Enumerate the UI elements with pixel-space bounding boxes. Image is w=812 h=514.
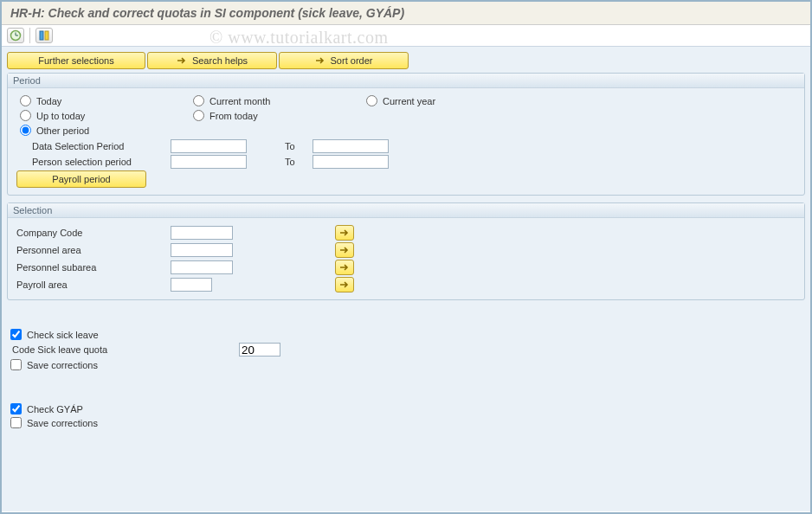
search-helps-label: Search helps — [192, 55, 248, 66]
arrow-right-icon — [339, 228, 350, 237]
data-selection-from-input[interactable] — [171, 139, 247, 153]
sort-order-button[interactable]: Sort order — [279, 52, 409, 69]
content-area: Further selections Search helps Sort ord… — [2, 46, 810, 511]
check-gyap-checkbox[interactable] — [10, 403, 22, 414]
payroll-area-multi-button[interactable] — [335, 277, 354, 292]
selection-buttons-row: Further selections Search helps Sort ord… — [7, 52, 805, 69]
arrow-right-icon — [339, 246, 350, 254]
personnel-area-label: Personnel area — [16, 245, 164, 255]
check-sick-leave-checkbox[interactable] — [10, 329, 22, 340]
radio-up-to-today[interactable]: Up to today — [16, 110, 85, 121]
payroll-area-input[interactable] — [171, 278, 212, 292]
code-sick-leave-quota-input[interactable] — [239, 343, 280, 357]
page-title: HR-H: Check and correct quotas in SI com… — [2, 2, 810, 25]
personnel-area-input[interactable] — [171, 243, 233, 257]
save-corrections-1-checkbox[interactable] — [10, 359, 22, 370]
company-code-input[interactable] — [171, 226, 233, 240]
further-selections-button[interactable]: Further selections — [7, 52, 145, 69]
further-selections-label: Further selections — [38, 55, 113, 66]
save-corrections-1-label: Save corrections — [27, 360, 98, 370]
person-selection-from-input[interactable] — [171, 155, 247, 169]
arrow-right-icon — [339, 280, 350, 289]
data-selection-to-input[interactable] — [313, 139, 389, 153]
arrow-right-icon — [339, 263, 350, 272]
svg-rect-4 — [45, 31, 48, 40]
save-corrections-2-label: Save corrections — [27, 418, 98, 428]
person-selection-period-label: Person selection period — [16, 157, 164, 167]
personnel-subarea-label: Personnel subarea — [16, 262, 164, 273]
company-code-multi-button[interactable] — [335, 225, 354, 241]
selection-group-title: Selection — [8, 203, 804, 218]
person-selection-to-input[interactable] — [313, 155, 389, 169]
sort-order-label: Sort order — [331, 55, 373, 66]
search-helps-button[interactable]: Search helps — [147, 52, 277, 69]
toolbar-separator — [29, 28, 30, 43]
data-selection-period-label: Data Selection Period — [16, 141, 164, 151]
to-label-2: To — [254, 157, 306, 167]
to-label-1: To — [254, 141, 306, 151]
payroll-area-label: Payroll area — [16, 279, 164, 290]
radio-today[interactable]: Today — [16, 95, 61, 106]
code-sick-leave-quota-label: Code Sick leave quota — [10, 344, 235, 355]
payroll-period-button[interactable]: Payroll period — [16, 170, 146, 188]
period-group-title: Period — [8, 74, 804, 88]
selection-group: Selection Company Code Personnel area Pe… — [7, 202, 805, 300]
variant-icon[interactable] — [35, 28, 53, 43]
radio-other-period[interactable]: Other period — [16, 125, 89, 136]
radio-from-today[interactable]: From today — [190, 110, 258, 121]
arrow-right-icon — [315, 56, 325, 65]
save-corrections-2-checkbox[interactable] — [10, 417, 22, 428]
arrow-right-icon — [177, 56, 187, 65]
app-toolbar — [2, 25, 810, 46]
radio-current-year[interactable]: Current year — [363, 95, 435, 106]
check-gyap-label: Check GYÁP — [27, 404, 83, 414]
personnel-area-multi-button[interactable] — [335, 242, 354, 258]
check-sick-leave-label: Check sick leave — [27, 330, 99, 340]
personnel-subarea-multi-button[interactable] — [335, 260, 354, 275]
execute-icon[interactable] — [7, 28, 24, 43]
radio-current-month[interactable]: Current month — [190, 95, 270, 106]
svg-rect-3 — [40, 31, 43, 40]
period-group: Period Today Current month Current year … — [7, 73, 805, 196]
personnel-subarea-input[interactable] — [171, 260, 233, 274]
company-code-label: Company Code — [16, 228, 164, 238]
